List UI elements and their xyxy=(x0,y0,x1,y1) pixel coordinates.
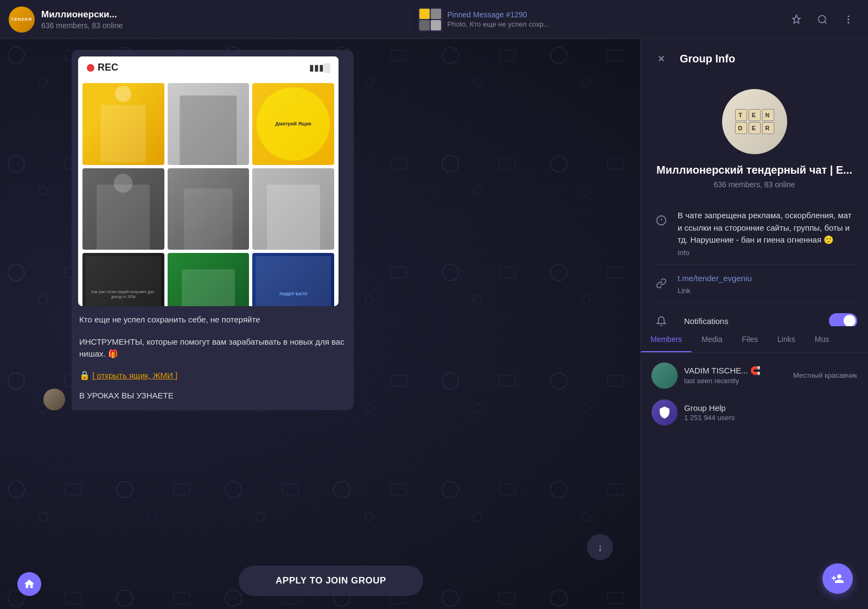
add-member-fab[interactable] xyxy=(822,563,853,594)
photo-cell-4 xyxy=(82,168,164,250)
svg-point-3 xyxy=(847,18,849,20)
member-vadim-info: VADIM TISCHE... 🧲 last seen recently xyxy=(684,366,793,385)
thumb-cell-4 xyxy=(431,20,441,30)
notifications-label: Notifications xyxy=(684,316,729,326)
group-member-count: 636 members, 83 online xyxy=(713,180,795,189)
chat-header: TENDER Миллионерски... 636 members, 83 o… xyxy=(0,0,868,39)
message-text-2: ИНСТРУМЕНТЫ, которые помогут вам зарабат… xyxy=(78,334,347,363)
group-avatar-small[interactable]: TENDER xyxy=(9,7,35,33)
close-panel-button[interactable] xyxy=(652,49,671,68)
header-group-info: Миллионерски... 636 members, 83 online xyxy=(41,9,400,30)
message-link-row: 🔒 [ открыть ящик, ЖМИ ] xyxy=(78,367,347,384)
bell-icon xyxy=(652,312,671,326)
tab-music[interactable]: Mus xyxy=(805,326,839,352)
tabs-row: Members Media Files Links Mus xyxy=(641,326,868,353)
message-link[interactable]: [ открыть ящик, ЖМИ ] xyxy=(92,371,177,380)
notifications-left: Notifications xyxy=(652,310,729,326)
header-member-count: 636 members, 83 online xyxy=(41,21,400,30)
photo-cell-3: Дмитрий Ящик xyxy=(252,83,334,165)
photo-cell-9: ЛИДЕР БАТЛ xyxy=(252,253,334,306)
group-help-name: Group Help xyxy=(684,403,857,413)
message-emoji: 🎁 xyxy=(108,349,118,358)
svg-point-4 xyxy=(847,22,849,23)
tab-media[interactable]: Media xyxy=(692,326,732,352)
link-type-label: Link xyxy=(678,287,857,295)
photo-cell-2 xyxy=(168,83,250,165)
pinned-message-bar[interactable]: Pinned Message #1290 Photo, Кто еще не у… xyxy=(409,8,777,31)
join-btn-container: APPLY TO JOIN GROUP xyxy=(43,566,618,596)
chat-bottom-bar: APPLY TO JOIN GROUP xyxy=(0,557,640,609)
panel-content: T E N D E R Миллионерский тендерный чат … xyxy=(641,78,868,326)
pinned-text-area: Pinned Message #1290 Photo, Кто еще не у… xyxy=(448,10,550,28)
message-text-1: Кто еще не успел сохранить себе, не поте… xyxy=(78,312,347,328)
tab-files[interactable]: Files xyxy=(732,326,768,352)
member-item[interactable]: VADIM TISCHE... 🧲 last seen recently Мес… xyxy=(652,357,857,394)
photo-cell-1 xyxy=(82,83,164,165)
pinned-desc: Photo, Кто еще не успел сохр... xyxy=(448,20,550,28)
message-text-2-content: ИНСТРУМЕНТЫ, которые помогут вам зарабат… xyxy=(79,337,344,359)
svg-point-0 xyxy=(819,15,826,22)
rec-text: REC xyxy=(98,62,118,73)
more-button[interactable] xyxy=(838,9,859,30)
info-description: В чате запрещена реклама, оскорбления, м… xyxy=(678,210,857,246)
svg-line-1 xyxy=(825,21,827,23)
panel-header: Group Info xyxy=(641,39,868,78)
thumb-cell-3 xyxy=(419,20,430,30)
header-actions xyxy=(786,9,859,30)
info-description-row: В чате запрещена реклама, оскорбления, м… xyxy=(652,202,857,265)
svg-point-2 xyxy=(847,15,849,17)
rec-header: REC ▮▮▮░ xyxy=(78,56,339,79)
join-group-button[interactable]: APPLY TO JOIN GROUP xyxy=(239,566,423,596)
rec-indicator: REC xyxy=(87,62,118,73)
thumb-cell-1 xyxy=(419,9,430,19)
group-avatar-large: T E N D E R xyxy=(722,89,787,154)
info-icon xyxy=(652,211,671,230)
thumb-cell-2 xyxy=(431,9,441,19)
photo-cell-6 xyxy=(252,168,334,250)
group-help-avatar xyxy=(652,399,678,426)
home-button[interactable] xyxy=(17,572,41,596)
group-help-info: Group Help 1 251 944 users xyxy=(684,403,857,422)
battery-icon: ▮▮▮░ xyxy=(309,62,330,73)
lock-icon: 🔒 xyxy=(79,371,90,380)
photo-cell-8 xyxy=(168,253,250,306)
notifications-row: Notifications xyxy=(652,303,857,326)
main-layout: REC ▮▮▮░ xyxy=(0,39,868,609)
tab-links[interactable]: Links xyxy=(768,326,805,352)
member-vadim-status: last seen recently xyxy=(684,377,793,385)
chat-area: REC ▮▮▮░ xyxy=(0,39,640,609)
link-url[interactable]: t.me/tender_evgeniu xyxy=(678,272,857,285)
header-group-name: Миллионерски... xyxy=(41,9,400,20)
message-text-3: В УРОКАХ ВЫ УЗНАЕТЕ xyxy=(78,388,347,404)
group-help-status: 1 251 944 users xyxy=(684,414,857,422)
group-members-text: 636 members, 83 online xyxy=(713,180,795,189)
toggle-knob xyxy=(844,315,856,326)
notifications-toggle[interactable] xyxy=(829,313,857,326)
message-sender-avatar xyxy=(43,389,65,410)
member-count-text: 636 members, 83 online xyxy=(41,21,123,30)
group-avatar-section: T E N D E R Миллионерский тендерный чат … xyxy=(652,78,857,202)
scroll-to-bottom-button[interactable]: ↓ xyxy=(587,534,613,560)
scroll-down-icon: ↓ xyxy=(597,541,603,554)
member-vadim-name: VADIM TISCHE... 🧲 xyxy=(684,366,793,376)
photo-cell-7: Как уже сотни людей получают доп. доход … xyxy=(82,253,164,306)
link-text-area: t.me/tender_evgeniu Link xyxy=(678,272,857,295)
member-vadim-badge: Местный красавчик xyxy=(793,371,857,379)
photo-grid: Дмитрий Ящик xyxy=(78,79,339,306)
pinned-thumbnail xyxy=(418,8,442,31)
pin-button[interactable] xyxy=(786,9,807,30)
info-text-area: В чате запрещена реклама, оскорбления, м… xyxy=(678,210,857,257)
pinned-title: Pinned Message #1290 xyxy=(448,10,550,19)
group-name-full: Миллионерский тендерный чат | Е... xyxy=(656,163,852,177)
tab-members[interactable]: Members xyxy=(641,326,692,352)
message-row: REC ▮▮▮░ xyxy=(43,50,618,410)
info-type-label: Info xyxy=(678,249,857,257)
message-image: REC ▮▮▮░ xyxy=(78,56,339,306)
group-help-item[interactable]: Group Help 1 251 944 users xyxy=(652,394,857,431)
search-button[interactable] xyxy=(812,9,833,30)
group-info-panel: Group Info T E N D E R xyxy=(640,39,868,609)
link-icon xyxy=(652,274,671,293)
panel-title: Group Info xyxy=(680,53,735,65)
info-link-row[interactable]: t.me/tender_evgeniu Link xyxy=(652,265,857,303)
rec-dot xyxy=(87,64,94,72)
